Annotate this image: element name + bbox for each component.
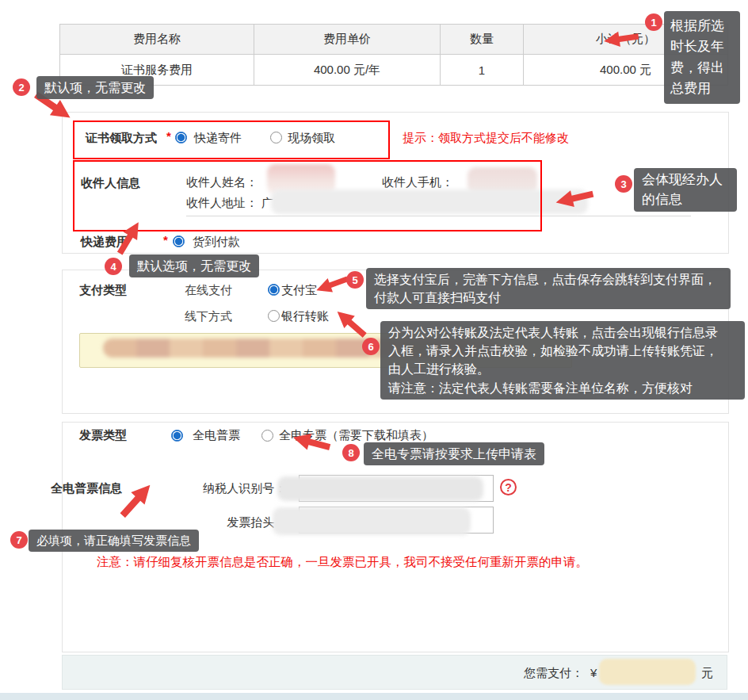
callout-3-badge: 3 [615,175,632,193]
radio-bank-transfer[interactable] [268,310,280,322]
callout-6: 分为公对公转账及法定代表人转账，点击会出现银行信息录 入框，请录入并点击校验，如… [380,321,745,400]
invoice-title-redaction [273,507,471,535]
invoice-warning-note: 注意：请仔细复核开票信息是否正确，一旦发票已开具，我司不接受任何重新开票的申请。 [97,554,588,571]
callout-4: 默认选项，无需更改 [129,254,259,277]
callout-6-badge: 6 [362,338,380,355]
callout-3: 会体现经办人的信息 [634,168,737,212]
radio-e-invoice-normal[interactable] [171,430,183,442]
callout-4-badge: 4 [105,258,122,275]
page-bottom-strip [0,693,748,700]
fee-quantity-header: 数量 [441,25,524,55]
radio-e-invoice-normal-label[interactable]: 全电普票 [193,428,240,443]
payment-form-page: 费用名称 费用单价 数量 小计（元） 证书服务费用 400.00 元/年 1 4… [0,0,748,700]
currency-symbol: ¥ [590,666,597,679]
callout-7: 必填项，请正确填写发票信息 [29,530,199,552]
required-asterisk: * [163,233,168,247]
radio-cash-on-delivery[interactable] [173,235,185,247]
help-icon[interactable]: ? [500,479,517,495]
taxpayer-id-label: 纳税人识别号：* [158,481,291,496]
callout-5-badge: 5 [346,271,364,289]
fee-name-header: 费用名称 [60,25,254,55]
delivery-method-tip: 提示：领取方式提交后不能修改 [403,131,569,146]
recipient-annotation-box [73,160,542,231]
radio-cash-on-delivery-label[interactable]: 货到付款 [193,235,240,250]
callout-1: 根据所选时长及年费，得出总费用 [664,11,740,104]
invoice-title-label: 发票抬头：* [158,515,291,530]
radio-bank-transfer-label[interactable]: 银行转账 [281,309,329,324]
radio-e-invoice-special[interactable] [261,430,273,442]
invoice-type-label: 发票类型 [79,428,127,443]
radio-alipay-label[interactable]: 支付宝 [281,283,317,298]
delivery-method-annotation-box [73,120,390,159]
callout-8-badge: 8 [342,444,360,461]
callout-1-badge: 1 [645,13,662,31]
callout-5: 选择支付宝后，完善下方信息，点击保存会跳转到支付界面， 付款人可直接扫码支付 [366,268,731,309]
e-invoice-info-label: 全电普票信息 [51,481,122,496]
payment-type-label: 支付类型 [79,283,127,298]
offline-payment-label: 线下方式 [185,309,232,324]
fee-table-row: 证书服务费用 400.00 元/年 1 400.00 元 [60,55,728,86]
fee-unit-price-header: 费用单价 [254,25,441,55]
fee-quantity-cell: 1 [441,55,524,86]
amount-redaction [599,659,696,685]
callout-8: 全电专票请按要求上传申请表 [364,442,544,465]
taxpayer-id-redaction [277,476,483,501]
fee-unit-price-cell: 400.00 元/年 [254,55,441,86]
callout-7-badge: 7 [10,531,28,549]
online-payment-label: 在线支付 [185,283,232,298]
currency-unit: 元 [701,666,713,681]
radio-alipay[interactable] [268,284,280,296]
amount-due-label: 您需支付： [524,666,583,681]
callout-2: 默认项，无需更改 [36,76,154,99]
callout-2-badge: 2 [13,78,30,96]
